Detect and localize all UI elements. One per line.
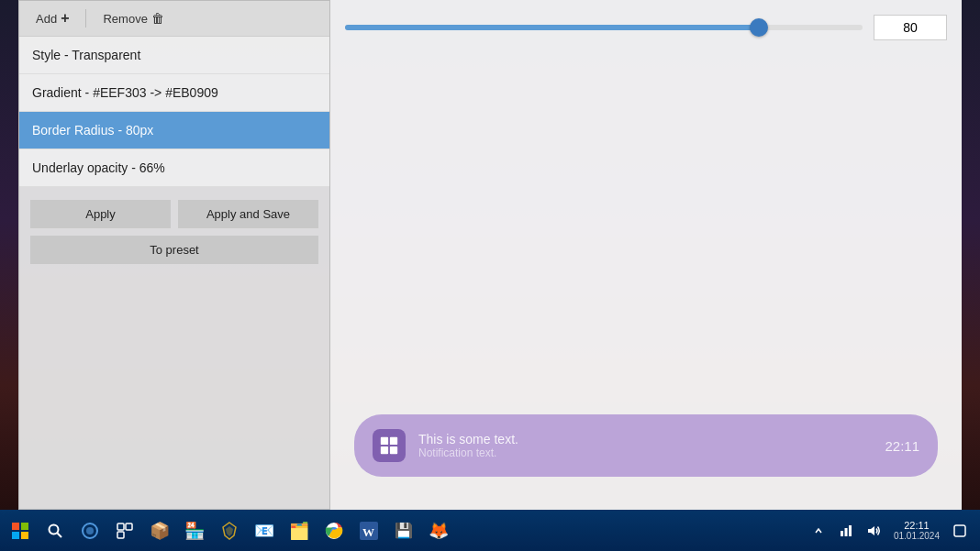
bubble-sub-text: Notification text. — [418, 446, 872, 459]
svg-rect-0 — [381, 437, 388, 445]
bubble-text: This is some text. Notification text. — [418, 432, 872, 459]
task-view-icon — [117, 523, 133, 539]
system-tray: 22:11 01.01.2024 — [806, 518, 976, 544]
system-clock[interactable]: 22:11 01.01.2024 — [888, 520, 945, 541]
svg-rect-13 — [126, 523, 132, 530]
svg-rect-2 — [381, 446, 388, 454]
volume-icon — [866, 523, 881, 538]
tray-network[interactable] — [833, 518, 859, 544]
svg-marker-16 — [226, 526, 233, 536]
add-label: Add — [36, 12, 57, 26]
list-item-underlay-opacity[interactable]: Underlay opacity - 66% — [19, 149, 329, 187]
cortana-button[interactable] — [73, 514, 106, 547]
add-button[interactable]: Add + — [28, 6, 76, 30]
cortana-icon — [81, 522, 99, 540]
chat-bubble: This is some text. Notification text. 22… — [354, 414, 938, 477]
chevron-up-icon — [814, 526, 823, 535]
store-button[interactable]: 🏪 — [178, 514, 211, 547]
plus-icon: + — [61, 10, 69, 27]
trash-icon: 🗑 — [151, 11, 164, 26]
tray-notifications[interactable] — [947, 518, 973, 544]
svg-rect-21 — [841, 531, 843, 536]
bubble-icon — [373, 429, 406, 462]
app12-button[interactable]: 🦊 — [422, 514, 455, 547]
svg-rect-25 — [954, 525, 965, 536]
windows-grid-icon — [379, 435, 399, 456]
clock-date: 01.01.2024 — [894, 531, 940, 541]
app11-button[interactable]: 💾 — [387, 514, 420, 547]
tray-chevron[interactable] — [806, 518, 831, 544]
left-panel: Add + Remove 🗑 Style - Transparent Gradi… — [18, 0, 330, 510]
slider-track[interactable] — [345, 25, 863, 30]
slider-container — [345, 15, 947, 40]
svg-text:W: W — [362, 525, 374, 539]
svg-rect-6 — [12, 532, 19, 539]
svg-rect-23 — [849, 525, 852, 536]
slider-value-input[interactable] — [874, 15, 947, 40]
svg-line-9 — [58, 533, 62, 537]
svg-rect-5 — [21, 523, 28, 530]
acer-predator-icon — [219, 521, 239, 541]
toolbar-separator — [85, 9, 86, 28]
chrome-button[interactable] — [317, 514, 351, 547]
tray-volume[interactable] — [861, 518, 886, 544]
app5-button[interactable] — [213, 514, 246, 547]
slider-thumb[interactable] — [750, 18, 768, 37]
bubble-main-text: This is some text. — [418, 432, 872, 446]
svg-rect-4 — [12, 523, 19, 530]
svg-rect-14 — [117, 532, 124, 538]
slider-fill — [345, 25, 759, 30]
svg-point-11 — [86, 527, 94, 534]
task-view-button[interactable] — [108, 514, 141, 547]
files-button[interactable]: 🗂️ — [283, 514, 316, 547]
start-button[interactable] — [4, 514, 37, 547]
main-container: Add + Remove 🗑 Style - Transparent Gradi… — [18, 0, 962, 510]
word-button[interactable]: W — [352, 514, 385, 547]
svg-point-8 — [50, 524, 59, 534]
network-icon — [839, 523, 853, 538]
action-buttons-row: Apply Apply and Save — [19, 187, 329, 236]
preview-area: This is some text. Notification text. 22… — [345, 55, 947, 495]
svg-rect-12 — [117, 523, 124, 530]
chrome-icon — [325, 522, 343, 540]
list-item-border-radius[interactable]: Border Radius - 80px — [19, 112, 329, 149]
preset-button[interactable]: To preset — [30, 236, 318, 264]
list-item-style[interactable]: Style - Transparent — [19, 37, 329, 74]
apply-save-button[interactable]: Apply and Save — [178, 200, 318, 228]
bubble-time: 22:11 — [885, 438, 919, 454]
apply-button[interactable]: Apply — [30, 200, 171, 228]
search-button[interactable] — [39, 514, 72, 547]
taskbar: 📦 🏪 📧 🗂️ W 💾 🦊 — [0, 510, 980, 551]
search-icon — [48, 523, 62, 538]
word-icon: W — [360, 522, 378, 540]
windows-logo-icon — [12, 523, 28, 539]
right-panel: This is some text. Notification text. 22… — [330, 0, 962, 510]
notification-icon — [953, 524, 966, 537]
file-manager-button[interactable]: 📦 — [143, 514, 176, 547]
toolbar: Add + Remove 🗑 — [19, 1, 329, 37]
svg-rect-3 — [390, 446, 397, 454]
svg-rect-1 — [390, 437, 397, 445]
clock-time: 22:11 — [904, 520, 930, 531]
mail-button[interactable]: 📧 — [248, 514, 281, 547]
list-item-gradient[interactable]: Gradient - #EEF303 -> #EB0909 — [19, 74, 329, 112]
svg-rect-7 — [21, 532, 28, 539]
remove-label: Remove — [103, 12, 147, 26]
remove-button[interactable]: Remove 🗑 — [95, 7, 171, 29]
svg-marker-24 — [868, 526, 874, 535]
svg-rect-22 — [844, 528, 847, 536]
